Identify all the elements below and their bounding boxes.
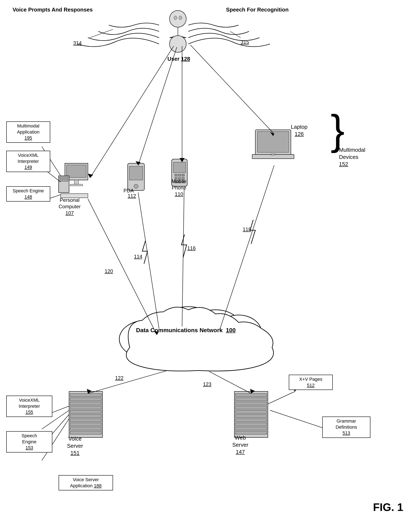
svg-rect-11 [70,402,101,405]
voicexml-interpreter-top-box: VoiceXML Interpreter 149 [6,151,50,172]
speech-recognition-label: Speech For Recognition [226,6,289,13]
svg-rect-28 [235,427,267,430]
speech-engine-bottom-box: SpeechEngine 153 [6,431,52,453]
svg-line-79 [209,372,251,394]
pda-device [128,163,144,191]
voice-prompts-waves [77,23,159,47]
svg-point-40 [134,184,138,188]
ref-116: 116 [187,245,196,251]
svg-rect-43 [175,174,177,176]
ref-118: 118 [243,226,251,233]
svg-rect-17 [70,427,101,430]
ref-114: 114 [134,253,142,260]
svg-point-56 [170,10,186,27]
user-label: User 128 [167,55,190,63]
user-figure [170,10,186,52]
voicexml-interpreter-bottom-box: VoiceXMLInterpreter 155 [6,396,52,417]
data-comm-network-label: Data Communications Network 100 [136,326,236,334]
multimodal-app-box: Multimodal Application 195 [6,121,50,143]
svg-rect-39 [129,166,143,180]
mobile-phone-label: MobilePhone110 [172,178,186,198]
ref-123: 123 [203,381,211,387]
svg-rect-24 [235,410,267,413]
speech-rec-ref: 315 [241,39,249,45]
voice-server-rack [69,391,102,437]
svg-line-76 [220,165,274,330]
voice-prompt-ref: 314 [73,40,82,46]
svg-rect-21 [235,398,267,401]
svg-rect-31 [67,165,86,178]
svg-rect-15 [70,419,101,422]
svg-rect-25 [235,415,267,418]
speech-rec-waves [188,23,270,47]
svg-rect-44 [178,174,181,176]
svg-rect-13 [70,410,101,413]
svg-rect-18 [70,431,101,434]
svg-rect-32 [74,180,79,184]
svg-line-66 [138,47,177,165]
svg-line-72 [88,199,157,335]
svg-rect-16 [70,423,101,426]
voice-server-app-box: Voice ServerApplication 188 [59,475,113,490]
personal-computer [59,163,88,198]
laptop-label: Laptop126 [291,123,308,138]
svg-rect-55 [271,154,275,155]
cloud-shape [119,307,273,371]
svg-rect-33 [70,184,83,186]
svg-line-92 [90,29,113,38]
svg-line-74 [138,192,159,329]
svg-line-70 [190,45,274,134]
svg-line-77 [88,371,167,394]
web-server-label: WebServer147 [232,434,248,455]
grammar-def-box: GrammarDefinitions 513 [322,416,370,438]
svg-rect-29 [235,431,267,434]
web-server-rack [234,391,268,437]
svg-rect-36 [60,180,68,181]
svg-rect-27 [235,423,267,426]
svg-rect-22 [235,402,267,405]
voice-server-label: VoiceServer151 [67,435,83,456]
svg-rect-45 [182,174,184,176]
svg-rect-14 [70,415,101,418]
ref-122: 122 [115,375,123,381]
speech-engine-top-box: Speech Engine 148 [6,186,50,202]
figure-label: FIG. 1 [373,501,403,514]
svg-point-58 [179,16,182,20]
svg-rect-20 [235,394,267,397]
svg-line-85 [268,391,295,404]
svg-point-57 [174,16,177,20]
svg-rect-12 [70,406,101,409]
svg-rect-26 [235,419,267,422]
pda-text-label: PDA [123,187,134,194]
svg-point-63 [170,36,186,52]
svg-line-64 [90,46,174,178]
svg-rect-10 [70,398,101,401]
ref-120: 120 [105,268,113,274]
voice-prompts-label: Voice Prompts And Responses [12,6,93,13]
diagram-svg [0,0,420,526]
svg-rect-23 [235,406,267,409]
xv-pages-box: X+V Pages 512 [289,375,333,390]
diagram-container: Voice Prompts And Responses 314 Speech F… [0,0,420,526]
svg-rect-42 [173,162,186,173]
svg-rect-9 [70,394,101,397]
multimodal-brace: } [331,109,345,151]
svg-rect-35 [60,177,68,179]
svg-line-87 [270,410,326,429]
personal-computer-label: PersonalComputer107 [59,197,80,216]
